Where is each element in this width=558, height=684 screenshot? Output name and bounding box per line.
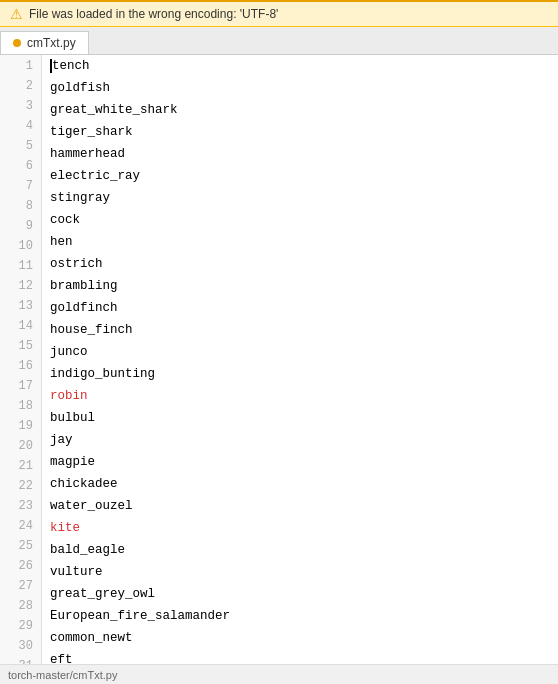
code-line: house_finch xyxy=(46,319,554,341)
line-number: 13 xyxy=(0,295,41,315)
editor-area: 1234567891011121314151617181920212223242… xyxy=(0,55,558,664)
code-line: common_newt xyxy=(46,627,554,649)
code-line: electric_ray xyxy=(46,165,554,187)
line-text: kite xyxy=(50,521,80,535)
line-text: ostrich xyxy=(50,257,103,271)
code-line: robin xyxy=(46,385,554,407)
line-text: indigo_bunting xyxy=(50,367,155,381)
code-line: tiger_shark xyxy=(46,121,554,143)
code-line: ostrich xyxy=(46,253,554,275)
file-path: torch-master/cmTxt.py xyxy=(8,669,117,681)
tab-label: cmTxt.py xyxy=(27,36,76,50)
line-text: electric_ray xyxy=(50,169,140,183)
line-number: 2 xyxy=(0,75,41,95)
tab-modified-dot xyxy=(13,39,21,47)
line-number: 18 xyxy=(0,395,41,415)
line-number: 4 xyxy=(0,115,41,135)
line-number: 16 xyxy=(0,355,41,375)
line-number: 27 xyxy=(0,575,41,595)
line-number: 28 xyxy=(0,595,41,615)
line-number: 21 xyxy=(0,455,41,475)
warning-icon: ⚠ xyxy=(10,6,23,22)
line-number: 7 xyxy=(0,175,41,195)
line-number: 9 xyxy=(0,215,41,235)
encoding-warning: ⚠ File was loaded in the wrong encoding:… xyxy=(0,0,558,27)
line-number: 31 xyxy=(0,655,41,664)
code-line: magpie xyxy=(46,451,554,473)
line-number: 17 xyxy=(0,375,41,395)
line-text: European_fire_salamander xyxy=(50,609,230,623)
code-line: vulture xyxy=(46,561,554,583)
code-line: chickadee xyxy=(46,473,554,495)
line-number: 22 xyxy=(0,475,41,495)
line-number: 14 xyxy=(0,315,41,335)
line-number: 6 xyxy=(0,155,41,175)
line-number: 24 xyxy=(0,515,41,535)
line-text: hen xyxy=(50,235,73,249)
code-line: kite xyxy=(46,517,554,539)
line-number: 1 xyxy=(0,55,41,75)
file-tab[interactable]: cmTxt.py xyxy=(0,31,89,54)
line-text: eft xyxy=(50,653,73,664)
code-line: water_ouzel xyxy=(46,495,554,517)
line-text: great_white_shark xyxy=(50,103,178,117)
line-text: house_finch xyxy=(50,323,133,337)
line-text: bald_eagle xyxy=(50,543,125,557)
line-number: 29 xyxy=(0,615,41,635)
line-number: 5 xyxy=(0,135,41,155)
line-text: brambling xyxy=(50,279,118,293)
code-line: great_white_shark xyxy=(46,99,554,121)
line-number: 30 xyxy=(0,635,41,655)
line-text: stingray xyxy=(50,191,110,205)
line-number: 26 xyxy=(0,555,41,575)
status-bar: torch-master/cmTxt.py xyxy=(0,664,558,684)
line-number: 20 xyxy=(0,435,41,455)
line-text: magpie xyxy=(50,455,95,469)
line-text: jay xyxy=(50,433,73,447)
code-content[interactable]: tenchgoldfishgreat_white_sharktiger_shar… xyxy=(42,55,558,664)
tab-bar: cmTxt.py xyxy=(0,27,558,55)
code-line: cock xyxy=(46,209,554,231)
code-line: tench xyxy=(46,55,554,77)
line-text: robin xyxy=(50,389,88,403)
line-text: chickadee xyxy=(50,477,118,491)
code-line: bulbul xyxy=(46,407,554,429)
line-text: cock xyxy=(50,213,80,227)
line-text: goldfinch xyxy=(50,301,118,315)
line-number: 25 xyxy=(0,535,41,555)
code-line: European_fire_salamander xyxy=(46,605,554,627)
line-numbers: 1234567891011121314151617181920212223242… xyxy=(0,55,42,664)
line-text: goldfish xyxy=(50,81,110,95)
line-text: junco xyxy=(50,345,88,359)
line-number: 19 xyxy=(0,415,41,435)
code-line: indigo_bunting xyxy=(46,363,554,385)
line-number: 3 xyxy=(0,95,41,115)
line-number: 8 xyxy=(0,195,41,215)
line-number: 12 xyxy=(0,275,41,295)
line-text: tiger_shark xyxy=(50,125,133,139)
code-line: hammerhead xyxy=(46,143,554,165)
line-number: 15 xyxy=(0,335,41,355)
code-line: stingray xyxy=(46,187,554,209)
code-line: goldfinch xyxy=(46,297,554,319)
code-line: hen xyxy=(46,231,554,253)
line-text: hammerhead xyxy=(50,147,125,161)
code-line: brambling xyxy=(46,275,554,297)
code-line: eft xyxy=(46,649,554,664)
line-number: 23 xyxy=(0,495,41,515)
code-line: bald_eagle xyxy=(46,539,554,561)
code-line: goldfish xyxy=(46,77,554,99)
warning-text: File was loaded in the wrong encoding: '… xyxy=(29,7,278,21)
line-text: common_newt xyxy=(50,631,133,645)
code-line: jay xyxy=(46,429,554,451)
line-text: great_grey_owl xyxy=(50,587,155,601)
line-number: 10 xyxy=(0,235,41,255)
code-lines: tenchgoldfishgreat_white_sharktiger_shar… xyxy=(42,55,558,664)
line-text: vulture xyxy=(50,565,103,579)
line-number: 11 xyxy=(0,255,41,275)
line-text: tench xyxy=(52,59,90,73)
code-line: great_grey_owl xyxy=(46,583,554,605)
line-text: bulbul xyxy=(50,411,95,425)
line-text: water_ouzel xyxy=(50,499,133,513)
code-line: junco xyxy=(46,341,554,363)
